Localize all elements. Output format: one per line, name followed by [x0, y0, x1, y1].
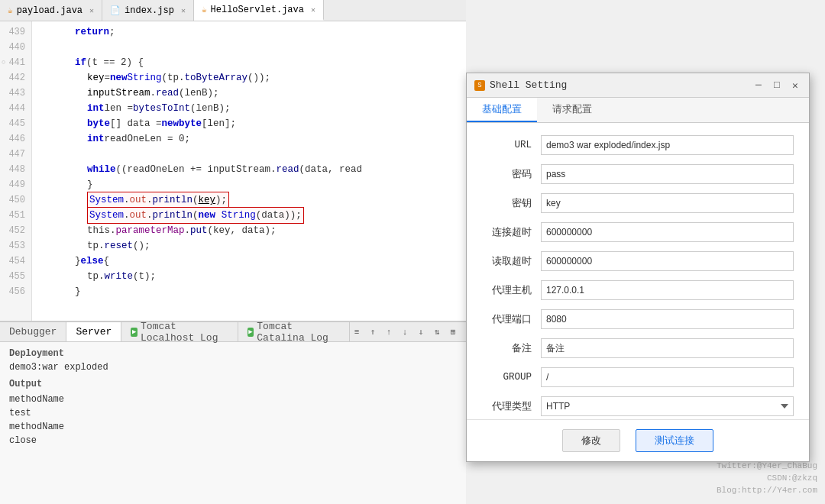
input-proxy-host[interactable]	[541, 280, 794, 300]
line-450: 450	[0, 192, 31, 208]
toolbar-btn-grid[interactable]: ⊞	[446, 325, 460, 339]
form-row-password: 密码	[482, 164, 794, 184]
line-455: 455	[0, 269, 31, 284]
select-proxy-type[interactable]: HTTP SOCKS4 SOCKS5	[541, 396, 794, 416]
dialog-title-left: S Shell Setting	[474, 79, 567, 91]
tab-hello[interactable]: ☕ HelloServlet.java ✕	[194, 0, 324, 21]
input-url[interactable]	[541, 135, 794, 155]
dialog-footer: 修改 测试连接	[467, 419, 809, 461]
label-remark: 备注	[482, 342, 532, 355]
modify-button[interactable]: 修改	[562, 429, 620, 452]
code-line-455: tp.write(t);	[38, 269, 460, 284]
label-proxy-type: 代理类型	[482, 400, 532, 413]
dialog-controls: ─ □ ✕	[752, 79, 801, 92]
input-key[interactable]	[541, 193, 794, 213]
tab-close-payload[interactable]: ✕	[89, 6, 94, 15]
toolbar-btn-up2[interactable]: ⇑	[366, 325, 380, 339]
form-row-proxy-type: 代理类型 HTTP SOCKS4 SOCKS5	[482, 396, 794, 416]
line-446: 446	[0, 131, 31, 147]
dialog-tab-basic-label: 基础配置	[482, 104, 522, 115]
toolbar-btn-up[interactable]: ↑	[382, 325, 396, 339]
label-url: URL	[482, 140, 532, 150]
dialog-tab-request[interactable]: 请求配置	[537, 98, 607, 122]
deployment-value: demo3:war exploded	[9, 362, 457, 373]
dialog-title: Shell Setting	[490, 79, 567, 91]
tab-debugger-label: Debugger	[9, 326, 57, 338]
tab-index[interactable]: 📄 index.jsp ✕	[102, 0, 194, 21]
tab-tomcat-local-label: Tomcat Localhost Log	[141, 321, 228, 344]
label-proxy-host: 代理主机	[482, 284, 532, 297]
form-row-remark: 备注	[482, 338, 794, 358]
java-icon: ☕	[8, 5, 13, 15]
code-line-440	[38, 40, 460, 55]
watermark-line1: Twitter:@Y4er_ChaBug	[717, 460, 817, 472]
output-line-2: test	[9, 406, 457, 420]
toolbar-btn-list[interactable]: ≡	[350, 325, 364, 339]
line-numbers: 439 440 441 442 443 444 445 446 447 448 …	[0, 21, 32, 321]
input-remark[interactable]	[541, 338, 794, 358]
code-line-439: return;	[38, 24, 460, 40]
tab-server-label: Server	[76, 326, 112, 338]
line-451: 451	[0, 208, 31, 223]
label-group: GROUP	[482, 372, 532, 383]
input-connect-timeout[interactable]	[541, 222, 794, 242]
line-442: 442	[0, 70, 31, 86]
deployment-label: Deployment	[9, 348, 457, 359]
form-row-key: 密钥	[482, 193, 794, 213]
form-row-proxy-host: 代理主机	[482, 280, 794, 300]
input-proxy-port[interactable]	[541, 309, 794, 329]
code-line-443: inputStream.read(lenB);	[38, 86, 460, 101]
tab-payload[interactable]: ☕ payload.java ✕	[0, 0, 102, 21]
code-line-446: int readOneLen = 0;	[38, 131, 460, 147]
dialog-tab-request-label: 请求配置	[552, 104, 592, 115]
tab-close-index[interactable]: ✕	[181, 6, 186, 15]
java-icon-hello: ☕	[202, 5, 207, 15]
dialog-body: URL 密码 密钥 连接超时 读取超时 代理主机 代理端口	[467, 123, 809, 419]
code-line-442: key = new String(tp.toByteArray());	[38, 70, 460, 86]
tab-tomcat-local[interactable]: ▶ Tomcat Localhost Log	[121, 322, 238, 341]
line-447: 447	[0, 147, 31, 162]
watermark: Twitter:@Y4er_ChaBug CSDN:@zkzq Blog:htt…	[717, 460, 817, 496]
code-line-449: }	[38, 177, 460, 192]
tab-close-hello[interactable]: ✕	[311, 5, 315, 15]
input-read-timeout[interactable]	[541, 251, 794, 271]
line-454: 454	[0, 254, 31, 269]
close-button[interactable]: ✕	[789, 79, 801, 92]
input-password[interactable]	[541, 164, 794, 184]
code-line-454: } else {	[38, 254, 460, 269]
line-441: 441	[0, 55, 31, 70]
code-line-447	[38, 147, 460, 162]
output-section: Output methodName test methodName close	[9, 379, 457, 447]
tab-debugger[interactable]: Debugger	[0, 322, 66, 341]
toolbar-btn-sort[interactable]: ⇅	[430, 325, 444, 339]
minimize-button[interactable]: ─	[752, 79, 765, 92]
bottom-panel: Debugger Server ▶ Tomcat Localhost Log ▶…	[0, 321, 466, 504]
code-line-456: }	[38, 284, 460, 299]
line-440: 440	[0, 40, 31, 55]
code-line-444: int len = bytesToInt(lenB);	[38, 101, 460, 116]
code-line-445: byte[] data = new byte[len];	[38, 116, 460, 131]
code-area: 439 440 441 442 443 444 445 446 447 448 …	[0, 21, 466, 321]
shell-icon: S	[474, 80, 485, 91]
code-line-441: if (t == 2) {	[38, 55, 460, 70]
dialog-tab-basic[interactable]: 基础配置	[467, 98, 537, 122]
tomcat-local-icon: ▶	[131, 328, 138, 337]
test-connection-button[interactable]: 测试连接	[636, 429, 713, 452]
line-439: 439	[0, 24, 31, 40]
tab-server[interactable]: Server	[66, 322, 121, 341]
dialog-titlebar: S Shell Setting ─ □ ✕	[467, 73, 809, 98]
tab-tomcat-catalina[interactable]: ▶ Tomcat Catalina Log	[238, 322, 351, 341]
form-row-url: URL	[482, 135, 794, 155]
line-448: 448	[0, 162, 31, 177]
label-password: 密码	[482, 168, 532, 181]
line-443: 443	[0, 86, 31, 101]
label-proxy-port: 代理端口	[482, 313, 532, 326]
code-line-448: while ((readOneLen += inputStream.read(d…	[38, 162, 460, 177]
watermark-line2: CSDN:@zkzq	[717, 472, 817, 484]
toolbar-btn-down2[interactable]: ⇓	[414, 325, 428, 339]
output-line-3: methodName	[9, 420, 457, 434]
maximize-button[interactable]: □	[771, 79, 783, 92]
code-line-450: System.out.println(key);	[38, 192, 460, 208]
input-group[interactable]	[541, 367, 794, 387]
toolbar-btn-down[interactable]: ↓	[398, 325, 412, 339]
